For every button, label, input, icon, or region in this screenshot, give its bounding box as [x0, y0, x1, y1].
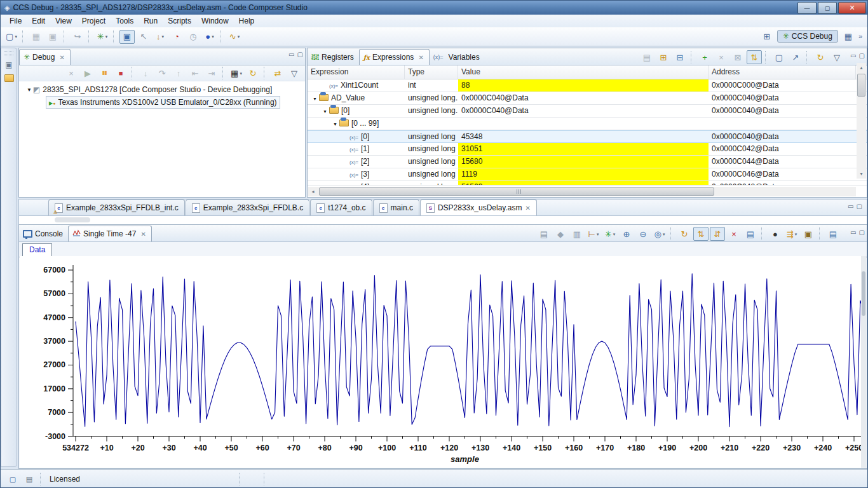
refresh-icon[interactable]: ⇄	[270, 66, 285, 80]
lock-graph-icon[interactable]: ▣	[801, 227, 816, 241]
continuous-refresh-icon[interactable]: ⇅	[747, 50, 762, 64]
more-perspectives-chevron[interactable]: »	[858, 32, 862, 40]
editor-tab-dsp2833x-usdelay-asm[interactable]: SDSP2833x_usDelay.asm✕	[420, 200, 537, 215]
table-row[interactable]: (x)=[0]unsigned long453480x0000C040@Data	[308, 130, 867, 143]
minimize-view-icon[interactable]: ▭	[288, 51, 294, 58]
profile-gauge-icon[interactable]: ◔	[169, 30, 184, 44]
table-row[interactable]: (x)=[3]unsigned long11190x0000C046@Data	[308, 168, 867, 181]
maximize-button[interactable]: ▢	[818, 2, 837, 14]
resume-icon[interactable]: ▶	[80, 66, 95, 80]
globe-icon[interactable]: ●▾	[202, 30, 217, 44]
step-return-icon[interactable]: ↑	[171, 66, 186, 80]
reset-graph-icon[interactable]: ×	[726, 227, 742, 241]
graph-legend-icon[interactable]: ▤	[743, 227, 758, 241]
close-button[interactable]: ✕	[838, 2, 866, 14]
tab-data[interactable]: Data	[22, 243, 52, 257]
zoom-out-icon[interactable]: ⊖	[635, 227, 651, 241]
zoom-in-icon[interactable]: ⊕	[619, 227, 634, 241]
open-folder-icon[interactable]	[4, 74, 14, 82]
pause-icon[interactable]: ▮▮	[97, 66, 112, 80]
title-bar[interactable]: ◈ CCS Debug - 28335_SPI_ADS1278/DSP2833x…	[1, 1, 868, 15]
clock-icon[interactable]: ◷	[186, 30, 201, 44]
fit-width-icon[interactable]: ▥	[569, 227, 585, 241]
close-icon[interactable]: ✕	[140, 231, 146, 238]
minimize-view-icon[interactable]: ▭	[850, 229, 856, 236]
cursor-probe-icon[interactable]: ↖	[136, 30, 151, 44]
menu-item-tools[interactable]: Tools	[111, 15, 139, 27]
horizontal-scrollbar[interactable]: ◂	[308, 187, 856, 196]
view-menu-icon[interactable]: ▽	[829, 50, 844, 64]
table-row[interactable]: (x)=Xint1Countint880x0000C000@Data	[308, 79, 867, 92]
minimize-view-icon[interactable]: ▭	[850, 52, 856, 59]
menu-item-run[interactable]: Run	[139, 15, 163, 27]
menu-item-file[interactable]: File	[4, 15, 27, 27]
expand-arrow-icon[interactable]: ▼	[333, 122, 339, 126]
maximize-view-icon[interactable]: ▢	[297, 51, 303, 58]
refresh-graph-icon[interactable]: ↻	[677, 227, 692, 241]
add-graph-icon[interactable]: ✳▾	[602, 227, 618, 241]
editor-tab-t1274-ob-c[interactable]: ct1274_ob.c	[310, 200, 372, 215]
vertical-scrollbar[interactable]: ▴ ▾	[857, 63, 866, 179]
watch-hint-icon[interactable]: ▤	[639, 50, 654, 64]
debug-tree-node[interactable]: ▶●Texas Instruments XDS100v2 USB Emulato…	[20, 96, 304, 109]
restart-icon[interactable]: ↻	[245, 66, 261, 80]
maximize-view-icon[interactable]: ▢	[859, 229, 865, 236]
fast-view-icon[interactable]: ▢	[5, 472, 20, 486]
scroll-left-icon[interactable]: ◂	[308, 187, 318, 196]
sync-horizontal-icon[interactable]: ⇅	[693, 227, 709, 241]
scroll-up-icon[interactable]: ▴	[857, 63, 866, 72]
step-forward-icon[interactable]: ⇥	[204, 66, 219, 80]
column-header-type[interactable]: Type	[405, 65, 458, 79]
graph-layout-icon[interactable]: ▤	[536, 227, 552, 241]
other-perspective-icon[interactable]: ▦	[841, 29, 856, 43]
minimize-editor-icon[interactable]: ▭	[848, 203, 853, 210]
tab-expressions[interactable]: ƒxExpressions✕	[359, 49, 430, 65]
close-icon[interactable]: ✕	[525, 205, 530, 212]
menu-item-project[interactable]: Project	[77, 15, 111, 27]
minimize-button[interactable]: —	[797, 2, 817, 14]
remove-all-icon[interactable]: ⊠	[730, 50, 745, 64]
editor-content-strip[interactable]	[18, 216, 867, 224]
close-icon[interactable]: ✕	[418, 54, 423, 61]
save-all-icon[interactable]: ▣	[45, 30, 60, 44]
tab-registers[interactable]: 10100101Registers	[308, 49, 359, 65]
menu-item-window[interactable]: Window	[196, 15, 234, 27]
column-header-address[interactable]: Address	[709, 65, 856, 79]
graph-properties-icon[interactable]: ▤	[825, 227, 841, 241]
chart-scrollbar[interactable]	[861, 256, 866, 468]
debug-tree-node[interactable]: ▼◩28335_SPI_ADS1278 [Code Composer Studi…	[20, 83, 304, 96]
editor-tab-main-c[interactable]: cmain.c	[373, 200, 419, 215]
menu-item-help[interactable]: Help	[234, 15, 260, 27]
maximize-view-icon[interactable]: ▢	[859, 52, 865, 59]
table-row[interactable]: (x)=[4]unsigned long515630x0000C048@Data	[308, 181, 867, 186]
tab-single-time-47[interactable]: Single Time -47✕	[68, 226, 152, 241]
search-data-icon[interactable]: ●	[768, 227, 783, 241]
measure-icon[interactable]: ⊢▾	[586, 227, 601, 241]
remove-expression-icon[interactable]: ×	[714, 50, 729, 64]
collapse-all-icon[interactable]: ⊟	[672, 50, 688, 64]
column-header-expression[interactable]: Expression	[308, 65, 405, 79]
debug-bug-icon[interactable]: ✳▾	[95, 30, 110, 44]
disconnect-icon[interactable]: ×	[64, 66, 79, 80]
rail-grip[interactable]	[4, 51, 13, 55]
restore-view-icon[interactable]: ▣	[5, 60, 12, 69]
add-watch-tree-icon[interactable]: ⊞	[656, 50, 671, 64]
editor-status-icon[interactable]: ▤	[22, 472, 37, 486]
navigate-icon[interactable]: ↪	[70, 30, 85, 44]
maximize-editor-icon[interactable]: ▢	[857, 203, 862, 210]
zoom-select-icon[interactable]: ◎▾	[652, 227, 667, 241]
menu-item-view[interactable]: View	[50, 15, 77, 27]
menu-item-scripts[interactable]: Scripts	[163, 15, 196, 27]
table-row[interactable]: ▼[0]unsigned long...0x0000C040@Data0x000…	[308, 105, 867, 118]
step-into-icon[interactable]: ↓	[138, 66, 153, 80]
table-row[interactable]: ▼[0 ... 99]	[308, 118, 867, 130]
edit-watch-icon[interactable]: ↗	[788, 50, 803, 64]
scroll-down-icon[interactable]: ▾	[857, 169, 866, 179]
target-monitor-icon[interactable]: ▣	[119, 30, 135, 44]
step-over-icon[interactable]: ↷	[154, 66, 170, 80]
table-row[interactable]: ▼AD_Valueunsigned long...0x0000C040@Data…	[308, 92, 867, 105]
refresh-view-icon[interactable]: ↻	[813, 50, 828, 64]
new-file-icon[interactable]: ▢▾	[4, 30, 19, 44]
expand-arrow-icon[interactable]: ▼	[25, 87, 33, 93]
perspective-ccs-debug[interactable]: ✳ CCS Debug	[777, 30, 838, 43]
